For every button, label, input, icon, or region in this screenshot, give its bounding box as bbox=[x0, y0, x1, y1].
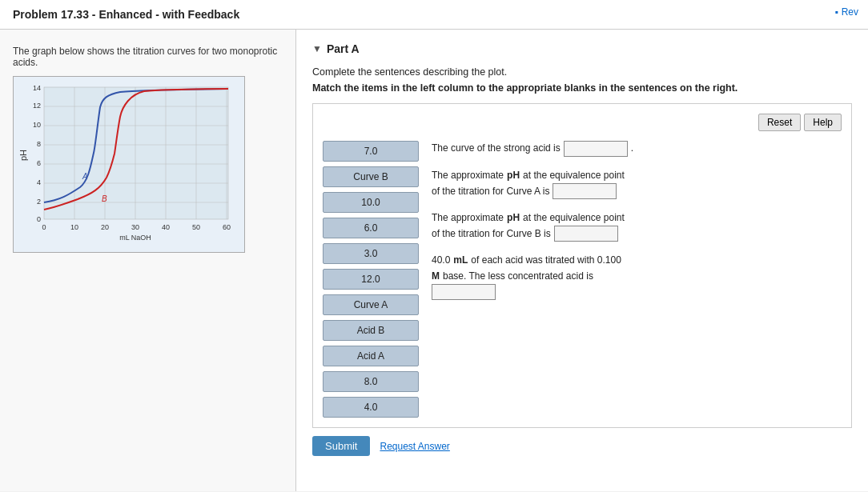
sentence-4-m: M bbox=[432, 269, 440, 284]
svg-text:0: 0 bbox=[42, 223, 46, 231]
svg-text:10: 10 bbox=[70, 223, 78, 231]
bottom-buttons-row: Submit Request Answer bbox=[312, 428, 852, 459]
svg-text:A: A bbox=[82, 172, 88, 181]
instruction2: Match the items in the left column to th… bbox=[312, 82, 852, 94]
drag-item-item-7[interactable]: 7.0 bbox=[323, 141, 419, 162]
drag-item-item-acida[interactable]: Acid A bbox=[323, 346, 419, 366]
drag-item-item-6[interactable]: 6.0 bbox=[323, 218, 419, 238]
submit-button[interactable]: Submit bbox=[312, 436, 370, 456]
svg-text:10: 10 bbox=[33, 121, 41, 129]
drag-item-item-4[interactable]: 4.0 bbox=[323, 397, 419, 418]
left-panel: The graph below shows the titration curv… bbox=[0, 30, 296, 491]
svg-text:4: 4 bbox=[37, 178, 41, 186]
graph-container: pH 0 2 4 6 8 10 12 14 0 10 20 30 40 50 6… bbox=[13, 76, 245, 253]
sentence-block-3: The approximate pH at the equivalence po… bbox=[432, 210, 842, 242]
svg-text:mL NaOH: mL NaOH bbox=[119, 234, 151, 242]
svg-text:2: 2 bbox=[37, 198, 41, 206]
sentence-1-before: The curve of the strong acid is bbox=[432, 141, 561, 156]
sentence-block-1: The curve of the strong acid is . bbox=[432, 141, 842, 157]
help-button[interactable]: Help bbox=[804, 114, 842, 131]
sentence-2-curve: of the titration for Curve A is bbox=[432, 184, 549, 199]
svg-text:14: 14 bbox=[33, 84, 41, 92]
sentence-4-ml: mL bbox=[453, 253, 468, 268]
svg-text:30: 30 bbox=[131, 223, 139, 231]
sentences-column: The curve of the strong acid is . The ap… bbox=[432, 141, 842, 418]
sentence-block-4: 40.0 mL of each acid was titrated with 0… bbox=[432, 253, 842, 299]
sentence-3-middle: at the equivalence point bbox=[523, 210, 625, 226]
part-header: ▼ Part A bbox=[312, 42, 852, 55]
drag-item-item-12[interactable]: 12.0 bbox=[323, 269, 419, 290]
svg-text:20: 20 bbox=[101, 223, 109, 231]
sentence-2-before: The approximate bbox=[432, 168, 504, 183]
instruction1: Complete the sentences describing the pl… bbox=[312, 66, 852, 78]
sentence-2-bold-ph: pH bbox=[507, 168, 520, 183]
bookmark-icon: ▪ bbox=[834, 6, 838, 18]
svg-text:8: 8 bbox=[37, 140, 41, 148]
sentence-3-bold-ph: pH bbox=[507, 210, 520, 226]
request-answer-button[interactable]: Request Answer bbox=[380, 441, 449, 452]
svg-text:60: 60 bbox=[223, 223, 231, 231]
sentence-1-after: . bbox=[631, 141, 633, 156]
drag-item-item-curveb[interactable]: Curve B bbox=[323, 166, 419, 187]
sentence-4-end: base. The less concentrated acid is bbox=[443, 269, 593, 284]
reset-button[interactable]: Reset bbox=[758, 114, 801, 131]
graph-description: The graph below shows the titration curv… bbox=[13, 46, 283, 68]
matching-content-area: Reset Help 7.0Curve B10.06.03.012.0Curve… bbox=[312, 103, 852, 428]
sentence-3-curve: of the titration for Curve B is bbox=[432, 226, 551, 242]
part-label: Part A bbox=[327, 42, 360, 55]
part-arrow-icon: ▼ bbox=[312, 43, 322, 54]
rev-label: Rev bbox=[842, 6, 858, 18]
rev-link[interactable]: ▪ Rev bbox=[834, 6, 858, 18]
svg-text:40: 40 bbox=[162, 223, 170, 231]
top-buttons-row: Reset Help bbox=[323, 114, 842, 131]
sentence-4-num: 40.0 bbox=[432, 253, 450, 268]
drop-box-3[interactable] bbox=[554, 226, 618, 242]
svg-rect-0 bbox=[44, 87, 228, 219]
drag-item-item-10[interactable]: 10.0 bbox=[323, 192, 419, 213]
sentence-block-2: The approximate pH at the equivalence po… bbox=[432, 168, 842, 199]
drop-box-4[interactable] bbox=[432, 284, 496, 300]
right-panel: ▼ Part A Complete the sentences describi… bbox=[296, 30, 868, 491]
page-title: Problem 17.33 - Enhanced - with Feedback bbox=[0, 0, 868, 30]
svg-text:50: 50 bbox=[192, 223, 200, 231]
drag-item-item-curvea[interactable]: Curve A bbox=[323, 294, 419, 315]
sentence-3-before: The approximate bbox=[432, 210, 504, 226]
svg-text:12: 12 bbox=[33, 102, 41, 110]
matching-layout: 7.0Curve B10.06.03.012.0Curve AAcid BAci… bbox=[323, 141, 842, 418]
sentence-4-mid: of each acid was titrated with 0.100 bbox=[471, 253, 621, 268]
drop-box-1[interactable] bbox=[564, 141, 628, 157]
drag-item-item-8[interactable]: 8.0 bbox=[323, 371, 419, 392]
drag-item-item-3[interactable]: 3.0 bbox=[323, 243, 419, 264]
svg-text:6: 6 bbox=[37, 159, 41, 167]
svg-text:B: B bbox=[102, 194, 107, 203]
drag-items-list: 7.0Curve B10.06.03.012.0Curve AAcid BAci… bbox=[323, 141, 419, 418]
drop-box-2[interactable] bbox=[553, 183, 617, 199]
sentence-2-middle: at the equivalence point bbox=[523, 168, 625, 183]
svg-text:pH: pH bbox=[20, 150, 28, 161]
titration-graph: pH 0 2 4 6 8 10 12 14 0 10 20 30 40 50 6… bbox=[20, 83, 236, 243]
svg-text:0: 0 bbox=[37, 215, 41, 223]
drag-item-item-acidb[interactable]: Acid B bbox=[323, 320, 419, 341]
